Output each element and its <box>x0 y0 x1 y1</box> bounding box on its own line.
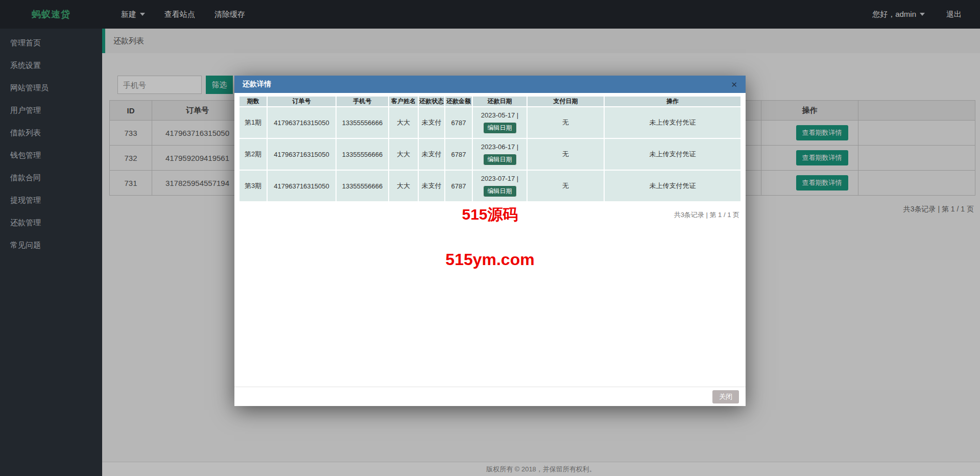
phone: 13355556666 <box>336 170 389 202</box>
period: 第1期 <box>239 107 267 138</box>
repay-date: 2023-07-17 | <box>474 175 525 182</box>
repay-date: 2023-05-17 | <box>474 111 525 119</box>
amount: 6787 <box>445 170 472 202</box>
pay-date: 无 <box>527 138 604 170</box>
modal-pagination-row: 515源码 共3条记录 | 第 1 / 1 页 <box>238 205 742 224</box>
voucher-status: 未上传支付凭证 <box>604 107 741 138</box>
modal-pagination: 共3条记录 | 第 1 / 1 页 <box>674 210 739 220</box>
detail-header-period: 期数 <box>239 96 267 107</box>
detail-header-repay-date: 还款日期 <box>472 96 527 107</box>
close-button[interactable]: 关闭 <box>712 390 739 403</box>
detail-header-status: 还款状态 <box>418 96 445 107</box>
repay-date-cell: 2023-06-17 | 编辑日期 <box>472 138 527 170</box>
customer: 大大 <box>389 138 418 170</box>
detail-header-row: 期数 订单号 手机号 客户姓名 还款状态 还款金额 还款日期 支付日期 操作 <box>239 96 741 107</box>
watermark-url: 515ym.com <box>238 250 742 269</box>
amount: 6787 <box>445 138 472 170</box>
amount: 6787 <box>445 107 472 138</box>
modal-body: 期数 订单号 手机号 客户姓名 还款状态 还款金额 还款日期 支付日期 操作 第… <box>234 93 746 387</box>
period: 第3期 <box>239 170 267 202</box>
status: 未支付 <box>418 107 445 138</box>
status: 未支付 <box>418 170 445 202</box>
order-no: 417963716315050 <box>267 107 336 138</box>
repay-date: 2023-06-17 | <box>474 143 525 151</box>
edit-date-button[interactable]: 编辑日期 <box>483 154 517 165</box>
pay-date: 无 <box>527 107 604 138</box>
voucher-status: 未上传支付凭证 <box>604 138 741 170</box>
modal-footer: 关闭 <box>234 387 746 406</box>
detail-header-action: 操作 <box>604 96 741 107</box>
repay-date-cell: 2023-05-17 | 编辑日期 <box>472 107 527 138</box>
detail-header-pay-date: 支付日期 <box>527 96 604 107</box>
order-no: 417963716315050 <box>267 138 336 170</box>
pay-date: 无 <box>527 170 604 202</box>
phone: 13355556666 <box>336 138 389 170</box>
detail-header-phone: 手机号 <box>336 96 389 107</box>
modal-header: 还款详情 ✕ <box>234 76 746 93</box>
repayment-detail-table: 期数 订单号 手机号 客户姓名 还款状态 还款金额 还款日期 支付日期 操作 第… <box>238 96 742 202</box>
edit-date-button[interactable]: 编辑日期 <box>483 122 517 134</box>
order-no: 417963716315050 <box>267 170 336 202</box>
customer: 大大 <box>389 170 418 202</box>
detail-header-customer: 客户姓名 <box>389 96 418 107</box>
repay-date-cell: 2023-07-17 | 编辑日期 <box>472 170 527 202</box>
voucher-status: 未上传支付凭证 <box>604 170 741 202</box>
watermark-text: 515源码 <box>462 204 518 225</box>
close-icon[interactable]: ✕ <box>729 80 739 89</box>
detail-header-order-no: 订单号 <box>267 96 336 107</box>
repayment-detail-modal: 还款详情 ✕ 期数 订单号 手机号 客户姓名 还款状态 还款金额 还款日期 支付… <box>234 76 746 406</box>
phone: 13355556666 <box>336 107 389 138</box>
detail-header-amount: 还款金额 <box>445 96 472 107</box>
customer: 大大 <box>389 107 418 138</box>
table-row: 第1期 417963716315050 13355556666 大大 未支付 6… <box>239 107 741 138</box>
status: 未支付 <box>418 138 445 170</box>
period: 第2期 <box>239 138 267 170</box>
table-row: 第3期 417963716315050 13355556666 大大 未支付 6… <box>239 170 741 202</box>
table-row: 第2期 417963716315050 13355556666 大大 未支付 6… <box>239 138 741 170</box>
modal-title: 还款详情 <box>243 80 271 89</box>
edit-date-button[interactable]: 编辑日期 <box>483 185 517 197</box>
